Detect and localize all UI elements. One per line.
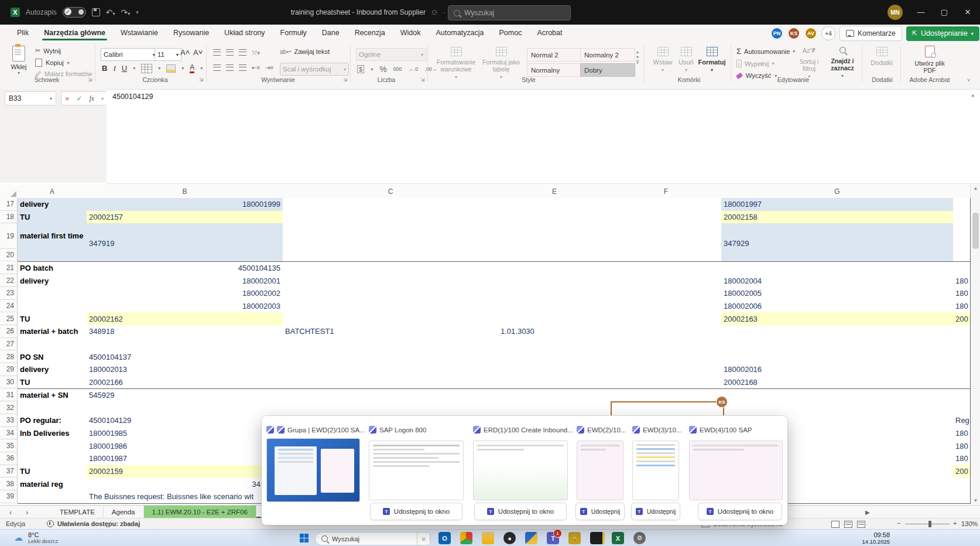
cell-G22[interactable]: 180002004 <box>721 274 954 288</box>
vertical-scrollbar-thumb[interactable] <box>972 213 979 249</box>
cell-B25[interactable]: 20002162 <box>87 312 283 326</box>
cell-H21[interactable] <box>953 262 971 275</box>
row-header-24[interactable]: 24 <box>0 300 18 313</box>
row-header-32[interactable]: 32 <box>0 401 18 414</box>
cell-B22[interactable]: 180002001 <box>87 274 283 288</box>
share-window-button-3[interactable]: TUdostępnij to okno <box>474 503 567 520</box>
cell-B27[interactable] <box>87 338 283 352</box>
weather-desc[interactable]: Lekki deszcz <box>28 538 59 544</box>
cell-F26[interactable] <box>611 325 722 339</box>
cell-E18[interactable] <box>498 211 611 224</box>
cell-A30[interactable]: TU <box>18 376 87 390</box>
cell-F19[interactable] <box>611 223 722 249</box>
row-header-28[interactable]: 28 <box>0 350 18 363</box>
cell-C20[interactable] <box>283 249 499 262</box>
cell-G31[interactable] <box>721 389 954 402</box>
sheet-tab-1-1-ewm-20-10-e2e-zrf06[interactable]: 1.1) EWM.20.10 - E2E + ZRF06 <box>144 506 256 518</box>
share-tile-thumbnail-2[interactable] <box>369 441 464 500</box>
cell-H26[interactable] <box>953 325 971 339</box>
cell-G20[interactable] <box>721 249 954 262</box>
cell-E30[interactable] <box>498 376 611 390</box>
cell-A19[interactable]: material first time <box>18 223 87 249</box>
sheet-prev-icon[interactable]: ‹ <box>9 506 12 518</box>
teams-icon[interactable]: T1 <box>547 532 559 544</box>
cell-C29[interactable] <box>283 363 499 377</box>
cell-E31[interactable] <box>498 389 611 402</box>
cell-F24[interactable] <box>611 300 722 313</box>
cell-F18[interactable] <box>611 211 722 224</box>
share-tile-thumbnail-5[interactable] <box>632 441 679 500</box>
cell-B36[interactable]: 180001987 <box>87 452 283 466</box>
row-header-22[interactable]: 22 <box>0 274 18 287</box>
cell-B39[interactable]: The Buissnes request: Buissnes like scen… <box>87 490 283 504</box>
cell-A38[interactable]: material reg <box>18 477 87 491</box>
weather-temp[interactable]: 8°C <box>28 531 39 538</box>
row-header-37[interactable]: 37 <box>0 465 18 478</box>
cell-B30[interactable]: 20002166 <box>87 376 283 390</box>
cell-G17[interactable]: 180001997 <box>721 198 954 211</box>
cell-C21[interactable] <box>283 262 499 275</box>
cell-E23[interactable] <box>498 287 611 301</box>
cell-E28[interactable] <box>498 350 611 364</box>
row-header-31[interactable]: 31 <box>0 389 18 402</box>
cell-B35[interactable]: 180001986 <box>87 439 283 453</box>
cell-G19[interactable]: 347929 <box>721 223 954 249</box>
share-tile-thumbnail-3[interactable] <box>473 441 568 500</box>
normal-view-icon[interactable] <box>831 521 839 528</box>
row-header-21[interactable]: 21 <box>0 262 18 275</box>
zoom-slider-thumb[interactable] <box>928 521 931 527</box>
cell-B20[interactable] <box>87 249 283 262</box>
cell-F17[interactable] <box>611 198 722 211</box>
cell-F23[interactable] <box>611 287 722 301</box>
column-header-E[interactable]: E <box>498 185 611 199</box>
column-header-C[interactable]: C <box>283 185 499 199</box>
cell-C31[interactable] <box>283 389 499 402</box>
cell-A23[interactable] <box>18 287 87 301</box>
keepass-icon[interactable]: 🔒 <box>568 532 581 544</box>
excel-icon[interactable]: X <box>612 532 624 544</box>
cell-C22[interactable] <box>283 274 499 288</box>
explorer-icon[interactable] <box>482 532 494 544</box>
zoom-percentage[interactable]: 130% <box>961 520 978 527</box>
cell-B37[interactable]: 20002159 <box>87 465 283 479</box>
cell-A24[interactable] <box>18 300 87 313</box>
cell-H17[interactable] <box>953 198 971 211</box>
sheet-tab-agenda[interactable]: Agenda <box>104 506 144 518</box>
cell-E26[interactable]: 1.01.3030 <box>498 325 611 339</box>
cell-H19[interactable] <box>953 223 971 249</box>
cell-E17[interactable] <box>498 198 611 211</box>
cell-F25[interactable] <box>611 312 722 326</box>
column-header-F[interactable]: F <box>611 185 722 199</box>
settings-icon[interactable]: ⚙ <box>633 532 646 544</box>
page-break-view-icon[interactable] <box>857 521 865 528</box>
cell-A37[interactable]: TU <box>18 465 87 479</box>
cell-A28[interactable]: PO SN <box>18 350 87 364</box>
row-header-34[interactable]: 34 <box>0 427 18 440</box>
share-window-button-5[interactable]: TUdostępnij <box>631 503 680 520</box>
cell-B24[interactable]: 180002003 <box>87 300 283 313</box>
share-window-button-6[interactable]: TUdostępnij to okno <box>698 503 782 520</box>
cell-A20[interactable] <box>18 249 87 262</box>
cell-B26[interactable]: 348918 <box>87 325 283 339</box>
row-header-38[interactable]: 38 <box>0 477 18 490</box>
cell-H33[interactable]: Reg <box>953 414 971 428</box>
share-window-button-4[interactable]: TUdostępnij <box>575 503 625 520</box>
row-header-19[interactable]: 19 <box>0 223 18 248</box>
cell-A17[interactable]: delivery <box>18 198 87 211</box>
clock-date[interactable]: 14.10.2025 <box>850 538 890 545</box>
cell-B18[interactable]: 20002157 <box>87 211 283 224</box>
cell-G28[interactable] <box>721 350 954 364</box>
cell-H25[interactable]: 200 <box>953 312 971 326</box>
cell-G32[interactable] <box>721 401 954 415</box>
cell-H36[interactable]: 180 <box>953 452 971 466</box>
cell-B31[interactable]: 545929 <box>87 389 283 402</box>
cell-H29[interactable] <box>953 363 971 377</box>
cell-B23[interactable]: 180002002 <box>87 287 283 301</box>
cell-H34[interactable]: 180 <box>953 427 971 441</box>
cell-E22[interactable] <box>498 274 611 288</box>
notes-icon[interactable] <box>590 532 605 544</box>
cell-A39[interactable] <box>18 490 87 504</box>
cell-B33[interactable]: 4500104129 <box>87 414 283 428</box>
taskbar-search-input[interactable]: Wyszukaj <box>315 532 423 545</box>
row-header-18[interactable]: 18 <box>0 211 18 224</box>
